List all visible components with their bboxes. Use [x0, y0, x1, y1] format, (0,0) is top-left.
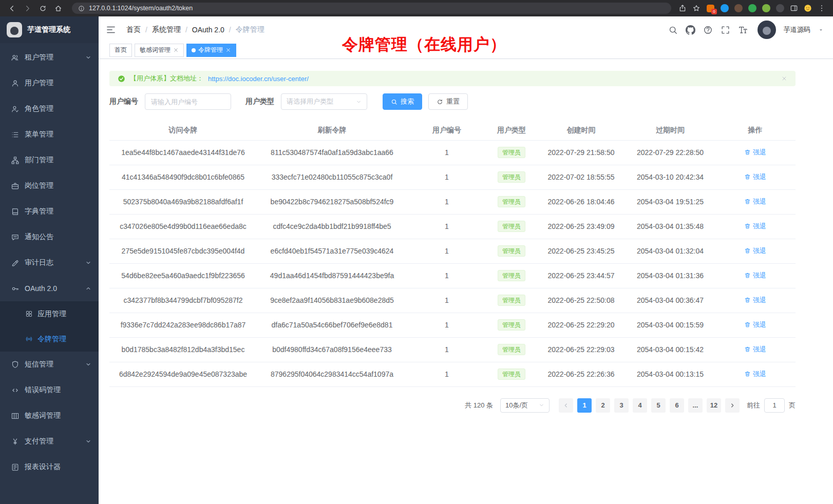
chevron-down-icon[interactable] [818, 27, 824, 33]
user-id-input[interactable] [145, 93, 231, 110]
force-logout-button[interactable]: 强退 [744, 296, 766, 305]
user-id-value: 1 [445, 198, 449, 206]
breadcrumb: 首页 / 系统管理 / OAuth 2.0 / 令牌管理 [126, 25, 264, 34]
help-icon[interactable] [703, 25, 713, 35]
pager-page-4[interactable]: 4 [633, 398, 647, 413]
share-icon[interactable] [678, 4, 687, 12]
side-panel-icon[interactable] [790, 4, 798, 12]
user-id-value: 1 [445, 247, 449, 255]
browser-reload-button[interactable] [36, 2, 49, 14]
sidebar-item-errcode[interactable]: 错误码管理 [0, 377, 99, 403]
pager-next-button[interactable] [725, 398, 740, 413]
alert-close-icon[interactable] [781, 75, 787, 82]
reset-button[interactable]: 重置 [428, 93, 468, 110]
refresh-token-value: 8796295f04064c2983414cc54af1097a [271, 370, 393, 378]
browser-home-button[interactable] [51, 2, 65, 14]
force-logout-button[interactable]: 强退 [744, 148, 766, 157]
tab-token[interactable]: 令牌管理 [186, 44, 236, 57]
pager-page-1[interactable]: 1 [577, 398, 592, 413]
sidebar-item-sms[interactable]: 短信管理 [0, 352, 99, 377]
browser-profile-avatar[interactable] [804, 4, 812, 12]
fullscreen-icon[interactable] [721, 25, 730, 35]
browser-back-button[interactable] [5, 2, 18, 14]
extension-icon[interactable] [734, 4, 743, 12]
tab-sensitive-word[interactable]: 敏感词管理 [135, 44, 184, 57]
sidebar-item-notice[interactable]: 通知公告 [0, 224, 99, 250]
page-size-select[interactable]: 10条/页 [500, 398, 550, 413]
goto-page-input[interactable] [764, 398, 785, 413]
user-type-select[interactable]: 请选择用户类型 [281, 93, 367, 110]
force-logout-button[interactable]: 强退 [744, 222, 766, 231]
sidebar-item-dept[interactable]: 部门管理 [0, 147, 99, 173]
extension-icon[interactable] [762, 4, 770, 12]
tab-close-icon[interactable] [225, 47, 231, 53]
user-type-badge: 管理员 [498, 245, 525, 257]
create-time-value: 2022-06-26 18:04:46 [548, 198, 615, 206]
sidebar-item-user[interactable]: 用户管理 [0, 70, 99, 96]
tab-home[interactable]: 首页 [109, 44, 132, 57]
extension-icon[interactable] [748, 4, 756, 12]
github-icon[interactable] [686, 25, 695, 35]
force-logout-button[interactable]: 强退 [744, 320, 766, 329]
sidebar-item-pay[interactable]: 支付管理 [0, 429, 99, 454]
shield-icon [11, 360, 20, 369]
force-logout-button[interactable]: 强退 [744, 172, 766, 182]
extension-icon[interactable] [776, 4, 784, 12]
sidebar-item-dict[interactable]: 字典管理 [0, 199, 99, 224]
pager-page-12[interactable]: 12 [707, 398, 721, 413]
search-button[interactable]: 搜索 [383, 93, 422, 110]
browser-menu-icon[interactable] [818, 4, 826, 12]
user-name[interactable]: 芋道源码 [784, 25, 810, 34]
force-logout-button[interactable]: 强退 [744, 271, 766, 280]
user-id-value: 1 [445, 148, 449, 157]
sidebar-fold-icon[interactable] [106, 25, 116, 35]
goto-label: 前往 [747, 401, 760, 410]
sidebar-item-role[interactable]: 角色管理 [0, 96, 99, 122]
access-token-value: c342377bf8b344799dcbf7bf095287f2 [124, 296, 243, 304]
force-logout-button[interactable]: 强退 [744, 370, 766, 379]
pager-page-2[interactable]: 2 [596, 398, 610, 413]
user-id-value: 1 [445, 370, 449, 378]
address-bar[interactable]: 127.0.0.1:1024/system/oauth2/token [72, 3, 671, 14]
breadcrumb-item[interactable]: OAuth 2.0 [192, 26, 224, 34]
role-icon [11, 105, 20, 113]
app-logo-row[interactable]: 芋道管理系统 [0, 16, 99, 43]
extension-icon[interactable]: 0 [706, 4, 715, 13]
search-icon[interactable] [668, 25, 678, 35]
access-token-value: 275e5de9151045fe87cbdc395e004f4d [122, 247, 245, 255]
browser-forward-button[interactable] [21, 2, 34, 14]
bookmark-star-icon[interactable] [692, 4, 701, 12]
force-logout-button[interactable]: 强退 [744, 345, 766, 354]
font-size-icon[interactable] [738, 25, 748, 35]
pager-page-3[interactable]: 3 [614, 398, 629, 413]
sidebar-item-post[interactable]: 岗位管理 [0, 173, 99, 199]
user-type-badge: 管理员 [498, 344, 525, 355]
book-icon [11, 207, 20, 216]
trash-icon [744, 272, 751, 279]
goto-suffix: 页 [789, 401, 796, 410]
magnifier-icon [391, 99, 397, 105]
pager-page-5[interactable]: 5 [651, 398, 666, 413]
sidebar-item-audit[interactable]: 审计日志 [0, 250, 99, 276]
doc-link[interactable]: https://doc.iocoder.cn/user-center/ [208, 75, 309, 83]
force-logout-button[interactable]: 强退 [744, 246, 766, 256]
expire-time-value: 2054-03-04 01:31:36 [637, 272, 704, 280]
pager-ellipsis[interactable]: ... [688, 398, 703, 413]
sidebar-item-token[interactable]: 令牌管理 [0, 326, 99, 352]
tab-close-icon[interactable] [173, 47, 179, 53]
user-avatar[interactable] [758, 21, 776, 39]
sidebar-item-sensitive[interactable]: 敏感词管理 [0, 403, 99, 429]
breadcrumb-item[interactable]: 系统管理 [152, 25, 181, 34]
breadcrumb-item[interactable]: 首页 [126, 25, 141, 34]
sidebar-item-oauth2[interactable]: OAuth 2.0 [0, 276, 99, 301]
pager-page-6[interactable]: 6 [670, 398, 684, 413]
user-id-value: 1 [445, 272, 449, 280]
extension-badge: 0 [711, 9, 717, 14]
sidebar-item-report[interactable]: 报表设计器 [0, 454, 99, 480]
extension-icon[interactable] [721, 4, 729, 12]
sidebar-item-tenant[interactable]: 租户管理 [0, 45, 99, 70]
sidebar-item-app[interactable]: 应用管理 [0, 301, 99, 326]
force-logout-button[interactable]: 强退 [744, 197, 766, 206]
pager-prev-button[interactable] [559, 398, 573, 413]
sidebar-item-menu[interactable]: 菜单管理 [0, 122, 99, 147]
